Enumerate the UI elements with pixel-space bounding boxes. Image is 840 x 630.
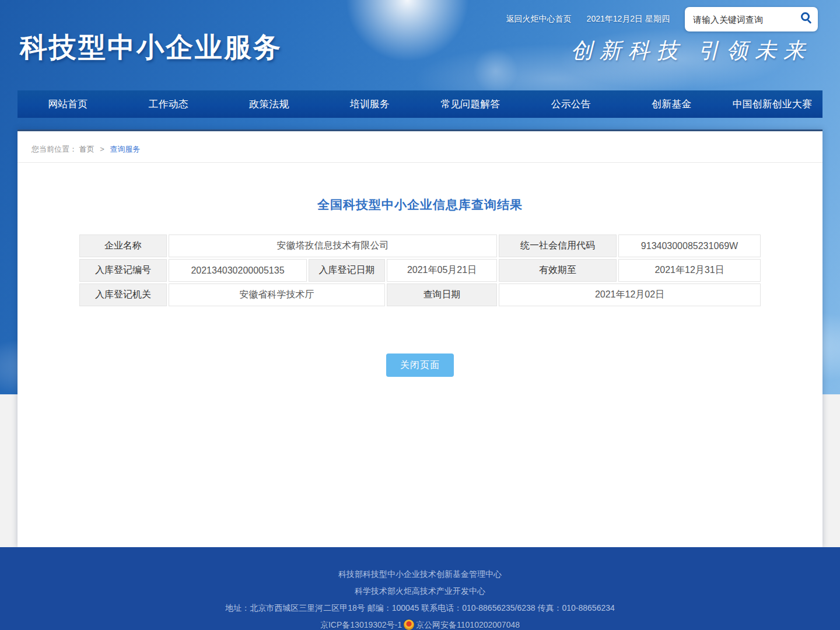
search-input[interactable] — [685, 7, 798, 32]
field-value-company-name: 安徽塔孜信息技术有限公司 — [169, 235, 497, 257]
breadcrumb-home-link[interactable]: 首页 — [79, 145, 94, 153]
field-value-query-date: 2021年12月02日 — [499, 284, 761, 306]
nav-item-competition[interactable]: 中国创新创业大赛 — [722, 90, 823, 118]
site-title: 科技型中小企业服务 — [20, 29, 282, 66]
breadcrumb: 您当前位置： 首页 > 查询服务 — [18, 131, 822, 163]
field-label-registration-date: 入库登记日期 — [309, 259, 385, 282]
breadcrumb-prefix: 您当前位置： — [32, 145, 77, 153]
main-navigation: 网站首页 工作动态 政策法规 培训服务 常见问题解答 公示公告 创新基金 中国创… — [18, 90, 822, 118]
field-label-company-name: 企业名称 — [79, 235, 167, 257]
breadcrumb-current-link[interactable]: 查询服务 — [110, 145, 140, 153]
field-value-registration-number: 202134030200005135 — [169, 259, 307, 282]
footer-org-line2: 科学技术部火炬高技术产业开发中心 — [0, 583, 840, 600]
search-box — [685, 7, 818, 32]
field-label-registration-number: 入库登记编号 — [79, 259, 167, 282]
page-footer: 科技部科技型中小企业技术创新基金管理中心 科学技术部火炬高技术产业开发中心 地址… — [0, 547, 840, 630]
nav-item-work-news[interactable]: 工作动态 — [118, 90, 219, 118]
banner-slogan: 创新科技 引领未来 — [571, 36, 812, 65]
nav-item-announcements[interactable]: 公示公告 — [521, 90, 622, 118]
table-row-registration: 入库登记编号 202134030200005135 入库登记日期 2021年05… — [79, 259, 761, 282]
nav-item-policies[interactable]: 政策法规 — [219, 90, 320, 118]
footer-icp-line: 京ICP备13019302号-1京公网安备11010202007048 — [0, 617, 840, 630]
field-value-registration-date: 2021年05月21日 — [387, 259, 497, 282]
top-utility-bar: 返回火炬中心首页 2021年12月2日 星期四 — [506, 7, 818, 32]
nav-item-home[interactable]: 网站首页 — [18, 90, 118, 118]
field-label-credit-code: 统一社会信用代码 — [499, 235, 617, 257]
current-date: 2021年12月2日 星期四 — [587, 14, 670, 24]
table-row-authority: 入库登记机关 安徽省科学技术厅 查询日期 2021年12月02日 — [79, 284, 761, 306]
police-badge-icon — [404, 620, 414, 630]
breadcrumb-separator: > — [100, 145, 104, 153]
query-result-table: 企业名称 安徽塔孜信息技术有限公司 统一社会信用代码 9134030008523… — [78, 233, 762, 308]
nav-item-training[interactable]: 培训服务 — [320, 90, 421, 118]
close-page-button[interactable]: 关闭页面 — [386, 354, 454, 377]
field-value-valid-until: 2021年12月31日 — [618, 259, 761, 282]
field-value-credit-code: 91340300085231069W — [618, 235, 761, 257]
nav-item-innovation-fund[interactable]: 创新基金 — [621, 90, 722, 118]
field-label-valid-until: 有效期至 — [499, 259, 617, 282]
search-icon[interactable] — [801, 12, 810, 21]
field-label-registration-authority: 入库登记机关 — [79, 284, 167, 306]
nav-item-faq[interactable]: 常见问题解答 — [420, 90, 521, 118]
back-to-torch-center-link[interactable]: 返回火炬中心首页 — [506, 14, 572, 24]
field-value-registration-authority: 安徽省科学技术厅 — [169, 284, 385, 306]
field-label-query-date: 查询日期 — [387, 284, 497, 306]
footer-org-line1: 科技部科技型中小企业技术创新基金管理中心 — [0, 566, 840, 583]
police-record-link[interactable]: 京公网安备11010202007048 — [416, 620, 520, 629]
content-panel: 您当前位置： 首页 > 查询服务 全国科技型中小企业信息库查询结果 企业名称 安… — [18, 130, 822, 547]
icp-record-link[interactable]: 京ICP备13019302号-1 — [320, 620, 402, 629]
footer-contact-line: 地址：北京市西城区三里河二区甲18号 邮编：100045 联系电话：010-88… — [0, 600, 840, 617]
table-row-company: 企业名称 安徽塔孜信息技术有限公司 统一社会信用代码 9134030008523… — [79, 235, 761, 257]
page-title: 全国科技型中小企业信息库查询结果 — [18, 197, 822, 213]
